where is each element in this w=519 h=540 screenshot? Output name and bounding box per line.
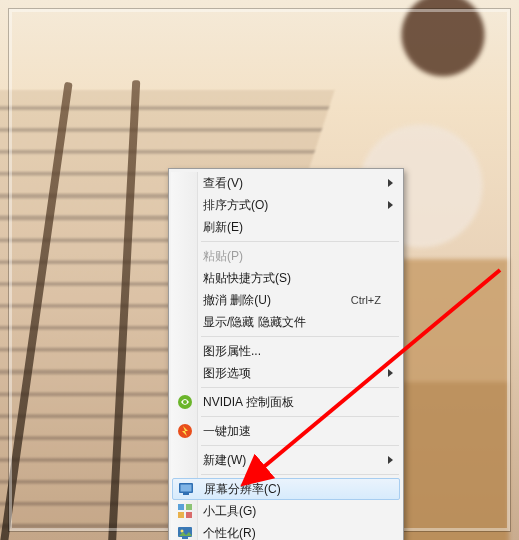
submenu-arrow-icon — [388, 369, 393, 377]
svg-rect-7 — [186, 504, 192, 510]
personalize-icon — [177, 525, 193, 540]
menu-item-label: 图形选项 — [203, 365, 381, 382]
context-menu-item-排序方式[interactable]: 排序方式(O) — [171, 194, 401, 216]
svg-rect-8 — [178, 512, 184, 518]
svg-point-11 — [181, 530, 184, 533]
blank-icon — [177, 270, 193, 286]
svg-rect-12 — [182, 537, 188, 539]
menu-item-label: 小工具(G) — [203, 503, 381, 520]
menu-item-label: 屏幕分辨率(C) — [204, 481, 380, 498]
nvidia-icon — [177, 394, 193, 410]
context-menu-item-撤消-删除[interactable]: 撤消 删除(U)Ctrl+Z — [171, 289, 401, 311]
menu-item-label: 排序方式(O) — [203, 197, 381, 214]
blank-icon — [177, 219, 193, 235]
menu-item-shortcut: Ctrl+Z — [351, 294, 381, 306]
context-menu-item-图形选项[interactable]: 图形选项 — [171, 362, 401, 384]
svg-point-1 — [183, 400, 187, 404]
gadgets-icon — [177, 503, 193, 519]
accel-icon — [177, 423, 193, 439]
menu-item-label: 新建(W) — [203, 452, 381, 469]
submenu-arrow-icon — [388, 179, 393, 187]
blank-icon — [177, 314, 193, 330]
menu-separator — [201, 336, 399, 337]
context-menu-item-一键加速[interactable]: 一键加速 — [171, 420, 401, 442]
context-menu-item-小工具[interactable]: 小工具(G) — [171, 500, 401, 522]
context-menu-item-屏幕分辨率[interactable]: 屏幕分辨率(C) — [172, 478, 400, 500]
context-menu-item-图形属性[interactable]: 图形属性... — [171, 340, 401, 362]
blank-icon — [177, 365, 193, 381]
menu-item-label: 个性化(R) — [203, 525, 381, 541]
menu-item-label: 图形属性... — [203, 343, 381, 360]
desktop-wallpaper[interactable]: 查看(V)排序方式(O)刷新(E)粘贴(P)粘贴快捷方式(S)撤消 删除(U)C… — [0, 0, 519, 540]
menu-item-label: 查看(V) — [203, 175, 381, 192]
menu-item-label: 刷新(E) — [203, 219, 381, 236]
blank-icon — [177, 248, 193, 264]
submenu-arrow-icon — [388, 201, 393, 209]
menu-item-label: 一键加速 — [203, 423, 381, 440]
blank-icon — [177, 452, 193, 468]
menu-item-label: 粘贴(P) — [203, 248, 381, 265]
screen-res-icon — [178, 481, 194, 497]
menu-separator — [201, 445, 399, 446]
menu-item-label: 撤消 删除(U) — [203, 292, 351, 309]
context-menu-item-刷新[interactable]: 刷新(E) — [171, 216, 401, 238]
blank-icon — [177, 343, 193, 359]
context-menu-item-nvidia-控制面板[interactable]: NVIDIA 控制面板 — [171, 391, 401, 413]
svg-rect-4 — [181, 485, 192, 492]
menu-item-label: NVIDIA 控制面板 — [203, 394, 381, 411]
svg-rect-6 — [178, 504, 184, 510]
blank-icon — [177, 292, 193, 308]
menu-item-label: 粘贴快捷方式(S) — [203, 270, 381, 287]
menu-separator — [201, 416, 399, 417]
menu-separator — [201, 387, 399, 388]
menu-separator — [201, 241, 399, 242]
context-menu-item-粘贴快捷方式[interactable]: 粘贴快捷方式(S) — [171, 267, 401, 289]
context-menu-item-新建[interactable]: 新建(W) — [171, 449, 401, 471]
blank-icon — [177, 197, 193, 213]
blank-icon — [177, 175, 193, 191]
context-menu-item-查看[interactable]: 查看(V) — [171, 172, 401, 194]
menu-item-label: 显示/隐藏 隐藏文件 — [203, 314, 381, 331]
context-menu-item-粘贴: 粘贴(P) — [171, 245, 401, 267]
desktop-context-menu: 查看(V)排序方式(O)刷新(E)粘贴(P)粘贴快捷方式(S)撤消 删除(U)C… — [168, 168, 404, 540]
menu-separator — [201, 474, 399, 475]
svg-rect-9 — [186, 512, 192, 518]
submenu-arrow-icon — [388, 456, 393, 464]
svg-rect-5 — [183, 493, 189, 495]
context-menu-item-显示-隐藏-隐藏文件[interactable]: 显示/隐藏 隐藏文件 — [171, 311, 401, 333]
context-menu-item-个性化[interactable]: 个性化(R) — [171, 522, 401, 540]
